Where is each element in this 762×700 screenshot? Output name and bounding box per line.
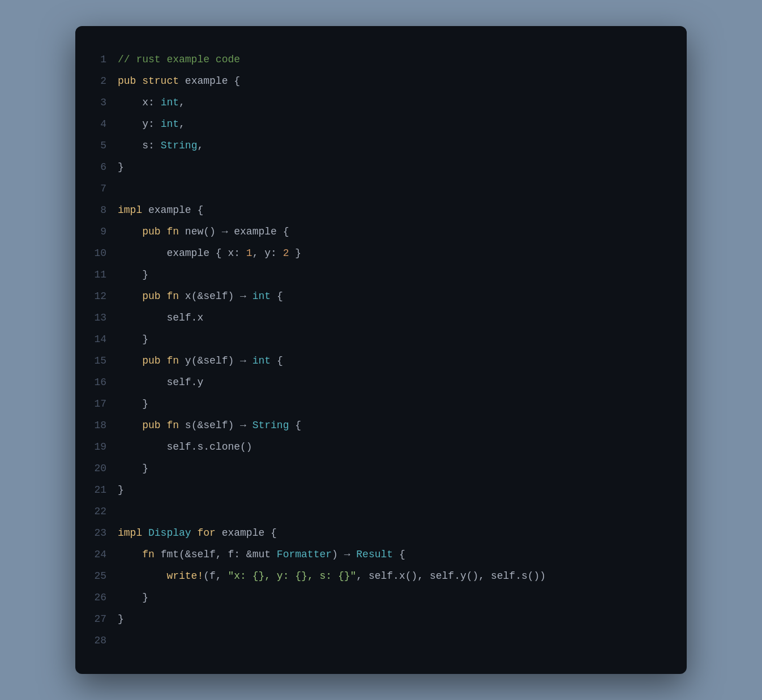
- token: int: [252, 355, 277, 366]
- token: fn: [118, 549, 161, 560]
- token: fn: [166, 226, 185, 237]
- token: , y:: [252, 247, 283, 259]
- line-number: 9: [87, 221, 118, 242]
- line-number: 6: [87, 156, 118, 178]
- line-number: 18: [87, 415, 118, 436]
- token: pub: [118, 291, 166, 302]
- line-content: pub fn x(&self) → int {: [118, 285, 283, 307]
- code-line: 1// rust example code: [87, 49, 670, 70]
- line-content: }: [118, 328, 148, 350]
- token: example {: [234, 226, 289, 237]
- token: }: [118, 334, 148, 345]
- token: Display: [148, 527, 197, 539]
- line-content: }: [118, 156, 124, 178]
- token: }: [118, 398, 148, 409]
- code-line: 26 }: [87, 587, 670, 608]
- line-number: 22: [87, 501, 118, 522]
- line-content: self.y: [118, 372, 203, 393]
- code-line: 4 y: int,: [87, 113, 670, 135]
- line-number: 10: [87, 242, 118, 264]
- line-content: pub fn y(&self) → int {: [118, 350, 283, 372]
- token: self.y: [118, 377, 203, 388]
- code-line: 9 pub fn new() → example {: [87, 221, 670, 242]
- line-content: x: int,: [118, 92, 185, 113]
- line-number: 17: [87, 393, 118, 415]
- token: impl: [118, 527, 148, 539]
- token: x:: [118, 97, 161, 108]
- token: int: [161, 118, 179, 130]
- line-content: y: int,: [118, 113, 185, 135]
- token: →: [222, 226, 234, 237]
- code-line: 25 write!(f, "x: {}, y: {}, s: {}", self…: [87, 565, 670, 587]
- token: fmt(&self, f: &mut: [161, 549, 277, 560]
- line-number: 12: [87, 285, 118, 307]
- token: {: [295, 420, 301, 431]
- line-number: 25: [87, 565, 118, 587]
- line-content: s: String,: [118, 135, 203, 156]
- code-line: 3 x: int,: [87, 92, 670, 113]
- code-line: 27}: [87, 608, 670, 630]
- token: s(&self): [185, 420, 240, 431]
- code-line: 20 }: [87, 458, 670, 479]
- line-number: 28: [87, 630, 118, 651]
- code-line: 19 self.s.clone(): [87, 436, 670, 458]
- line-content: write!(f, "x: {}, y: {}, s: {}", self.x(…: [118, 565, 546, 587]
- token: int: [252, 291, 277, 302]
- token: }: [118, 269, 148, 280]
- line-number: 3: [87, 92, 118, 113]
- token: }: [118, 484, 124, 496]
- code-line: 6}: [87, 156, 670, 178]
- line-content: }: [118, 264, 148, 285]
- token: fn: [166, 355, 185, 366]
- code-line: 7: [87, 178, 670, 199]
- token: self.s.clone(): [118, 441, 252, 453]
- token: {: [277, 355, 283, 366]
- token: }: [118, 463, 148, 474]
- line-number: 7: [87, 178, 118, 199]
- line-number: 13: [87, 307, 118, 328]
- line-number: 5: [87, 135, 118, 156]
- token: self.x: [118, 312, 203, 323]
- code-line: 17 }: [87, 393, 670, 415]
- token: }: [118, 592, 148, 603]
- token: example {: [148, 204, 203, 216]
- code-line: 13 self.x: [87, 307, 670, 328]
- token: →: [240, 420, 252, 431]
- token: for: [197, 527, 221, 539]
- token: 2: [283, 247, 289, 259]
- code-line: 15 pub fn y(&self) → int {: [87, 350, 670, 372]
- token: example {: [185, 75, 240, 87]
- line-content: impl example {: [118, 199, 203, 221]
- line-content: }: [118, 458, 148, 479]
- line-number: 1: [87, 49, 118, 70]
- token: impl: [118, 204, 148, 216]
- line-content: self.x: [118, 307, 203, 328]
- code-line: 2pub struct example {: [87, 70, 670, 92]
- line-number: 27: [87, 608, 118, 630]
- token: →: [240, 355, 252, 366]
- line-number: 8: [87, 199, 118, 221]
- token: struct: [142, 75, 185, 87]
- code-line: 18 pub fn s(&self) → String {: [87, 415, 670, 436]
- token: ): [332, 549, 344, 560]
- line-content: impl Display for example {: [118, 522, 277, 544]
- line-number: 20: [87, 458, 118, 479]
- token: y(&self): [185, 355, 240, 366]
- token: example {: [222, 527, 277, 539]
- line-number: 14: [87, 328, 118, 350]
- token: ,: [179, 97, 185, 108]
- line-content: pub fn new() → example {: [118, 221, 289, 242]
- line-content: pub struct example {: [118, 70, 240, 92]
- line-number: 15: [87, 350, 118, 372]
- line-number: 19: [87, 436, 118, 458]
- token: ,: [179, 118, 185, 130]
- line-number: 11: [87, 264, 118, 285]
- token: 1: [246, 247, 252, 259]
- line-number: 16: [87, 372, 118, 393]
- token: int: [161, 97, 179, 108]
- token: pub: [118, 420, 166, 431]
- line-content: fn fmt(&self, f: &mut Formatter) → Resul…: [118, 544, 405, 565]
- token: x(&self): [185, 291, 240, 302]
- token: fn: [166, 420, 185, 431]
- token: {: [277, 291, 283, 302]
